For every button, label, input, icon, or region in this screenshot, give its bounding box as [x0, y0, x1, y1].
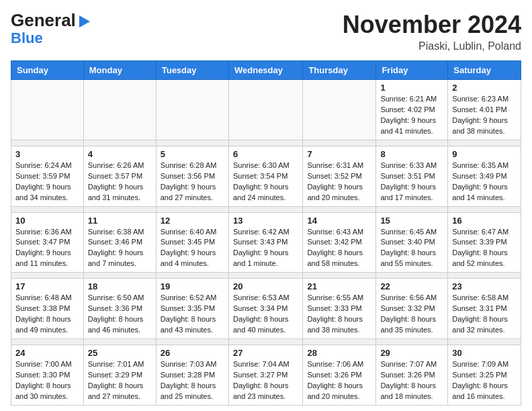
day-number: 14 [307, 216, 371, 226]
spacer-cell [228, 273, 302, 279]
day-info: Sunrise: 6:47 AMSunset: 3:39 PMDaylight:… [452, 227, 517, 270]
day-info: Sunrise: 6:56 AMSunset: 3:32 PMDaylight:… [380, 293, 443, 336]
day-info: Sunrise: 6:33 AMSunset: 3:51 PMDaylight:… [380, 161, 443, 203]
calendar-week-4: 24Sunrise: 7:00 AMSunset: 3:30 PMDayligh… [11, 345, 521, 406]
day-info: Sunrise: 6:50 AMSunset: 3:36 PMDaylight:… [88, 293, 152, 336]
page: General Blue November 2024 Piaski, Lubli… [0, 0, 532, 411]
calendar-cell: 23Sunrise: 6:58 AMSunset: 3:31 PMDayligh… [448, 279, 521, 339]
spacer-cell [11, 339, 84, 345]
day-number: 24 [15, 348, 79, 358]
day-number: 20 [233, 281, 298, 291]
day-info: Sunrise: 6:40 AMSunset: 3:45 PMDaylight:… [161, 227, 224, 270]
col-sunday: Sunday [11, 61, 84, 80]
day-info: Sunrise: 6:52 AMSunset: 3:35 PMDaylight:… [161, 293, 224, 336]
spacer-cell [228, 140, 302, 146]
calendar-body: 1Sunrise: 6:21 AMSunset: 4:02 PMDaylight… [11, 80, 521, 406]
calendar-cell [228, 80, 302, 140]
calendar-cell: 6Sunrise: 6:30 AMSunset: 3:54 PMDaylight… [228, 146, 302, 206]
calendar-cell: 26Sunrise: 7:03 AMSunset: 3:28 PMDayligh… [156, 345, 228, 406]
spacer-cell [376, 140, 448, 146]
spacer-cell [303, 140, 376, 146]
calendar-cell [11, 80, 84, 140]
calendar-cell: 9Sunrise: 6:35 AMSunset: 3:49 PMDaylight… [448, 146, 521, 206]
calendar-cell: 10Sunrise: 6:36 AMSunset: 3:47 PMDayligh… [11, 212, 84, 273]
calendar-cell: 7Sunrise: 6:31 AMSunset: 3:52 PMDaylight… [303, 146, 376, 206]
logo-general: General [11, 11, 76, 31]
calendar-cell: 21Sunrise: 6:55 AMSunset: 3:33 PMDayligh… [303, 279, 376, 339]
spacer-row [11, 206, 521, 212]
day-info: Sunrise: 7:09 AMSunset: 3:25 PMDaylight:… [452, 359, 517, 402]
spacer-cell [156, 339, 228, 345]
calendar-cell: 22Sunrise: 6:56 AMSunset: 3:32 PMDayligh… [376, 279, 448, 339]
calendar-cell: 4Sunrise: 6:26 AMSunset: 3:57 PMDaylight… [83, 146, 156, 206]
calendar-cell [83, 80, 156, 140]
spacer-cell [83, 273, 156, 279]
day-number: 9 [452, 149, 517, 159]
day-number: 5 [161, 149, 224, 159]
calendar-cell: 1Sunrise: 6:21 AMSunset: 4:02 PMDaylight… [376, 80, 448, 140]
day-info: Sunrise: 7:01 AMSunset: 3:29 PMDaylight:… [88, 359, 152, 402]
day-info: Sunrise: 6:24 AMSunset: 3:59 PMDaylight:… [15, 161, 79, 203]
logo-blue: Blue [11, 30, 90, 46]
spacer-cell [156, 140, 228, 146]
calendar-week-0: 1Sunrise: 6:21 AMSunset: 4:02 PMDaylight… [11, 80, 521, 140]
day-number: 29 [380, 348, 443, 358]
spacer-cell [376, 339, 448, 345]
title-section: November 2024 Piaski, Lublin, Poland [343, 11, 521, 52]
calendar-table: Sunday Monday Tuesday Wednesday Thursday… [11, 60, 521, 406]
spacer-cell [83, 140, 156, 146]
calendar-cell: 24Sunrise: 7:00 AMSunset: 3:30 PMDayligh… [11, 345, 84, 406]
calendar-cell: 16Sunrise: 6:47 AMSunset: 3:39 PMDayligh… [448, 212, 521, 273]
day-number: 25 [88, 348, 152, 358]
day-number: 6 [233, 149, 298, 159]
location: Piaski, Lublin, Poland [343, 40, 521, 52]
day-info: Sunrise: 7:03 AMSunset: 3:28 PMDaylight:… [161, 359, 224, 402]
day-info: Sunrise: 6:30 AMSunset: 3:54 PMDaylight:… [233, 161, 298, 203]
day-number: 26 [161, 348, 224, 358]
day-info: Sunrise: 6:53 AMSunset: 3:34 PMDaylight:… [233, 293, 298, 336]
day-number: 23 [452, 281, 517, 291]
calendar-cell [156, 80, 228, 140]
col-tuesday: Tuesday [156, 61, 228, 80]
day-number: 12 [161, 216, 224, 226]
spacer-row [11, 273, 521, 279]
day-number: 8 [380, 149, 443, 159]
calendar-cell: 14Sunrise: 6:43 AMSunset: 3:42 PMDayligh… [303, 212, 376, 273]
col-saturday: Saturday [448, 61, 521, 80]
spacer-cell [448, 206, 521, 212]
day-info: Sunrise: 6:21 AMSunset: 4:02 PMDaylight:… [380, 94, 443, 137]
calendar-week-2: 10Sunrise: 6:36 AMSunset: 3:47 PMDayligh… [11, 212, 521, 273]
col-wednesday: Wednesday [228, 61, 302, 80]
day-info: Sunrise: 6:26 AMSunset: 3:57 PMDaylight:… [88, 161, 152, 203]
calendar-week-1: 3Sunrise: 6:24 AMSunset: 3:59 PMDaylight… [11, 146, 521, 206]
calendar-cell: 17Sunrise: 6:48 AMSunset: 3:38 PMDayligh… [11, 279, 84, 339]
spacer-cell [376, 273, 448, 279]
spacer-cell [228, 206, 302, 212]
day-number: 11 [88, 216, 152, 226]
day-info: Sunrise: 6:31 AMSunset: 3:52 PMDaylight:… [307, 161, 371, 203]
calendar-cell: 28Sunrise: 7:06 AMSunset: 3:26 PMDayligh… [303, 345, 376, 406]
col-friday: Friday [376, 61, 448, 80]
calendar-cell [303, 80, 376, 140]
day-number: 10 [15, 216, 79, 226]
calendar-cell: 13Sunrise: 6:42 AMSunset: 3:43 PMDayligh… [228, 212, 302, 273]
calendar-week-3: 17Sunrise: 6:48 AMSunset: 3:38 PMDayligh… [11, 279, 521, 339]
calendar-cell: 8Sunrise: 6:33 AMSunset: 3:51 PMDaylight… [376, 146, 448, 206]
spacer-cell [228, 339, 302, 345]
day-info: Sunrise: 6:38 AMSunset: 3:46 PMDaylight:… [88, 227, 152, 270]
month-title: November 2024 [343, 11, 521, 39]
spacer-cell [11, 140, 84, 146]
calendar-cell: 18Sunrise: 6:50 AMSunset: 3:36 PMDayligh… [83, 279, 156, 339]
day-number: 19 [161, 281, 224, 291]
day-number: 16 [452, 216, 517, 226]
logo-arrow-icon [79, 15, 90, 28]
day-info: Sunrise: 7:07 AMSunset: 3:26 PMDaylight:… [380, 359, 443, 402]
col-monday: Monday [83, 61, 156, 80]
calendar-cell: 2Sunrise: 6:23 AMSunset: 4:01 PMDaylight… [448, 80, 521, 140]
day-number: 7 [307, 149, 371, 159]
spacer-cell [376, 206, 448, 212]
spacer-row [11, 140, 521, 146]
spacer-cell [303, 206, 376, 212]
calendar-cell: 29Sunrise: 7:07 AMSunset: 3:26 PMDayligh… [376, 345, 448, 406]
day-info: Sunrise: 6:36 AMSunset: 3:47 PMDaylight:… [15, 227, 79, 270]
